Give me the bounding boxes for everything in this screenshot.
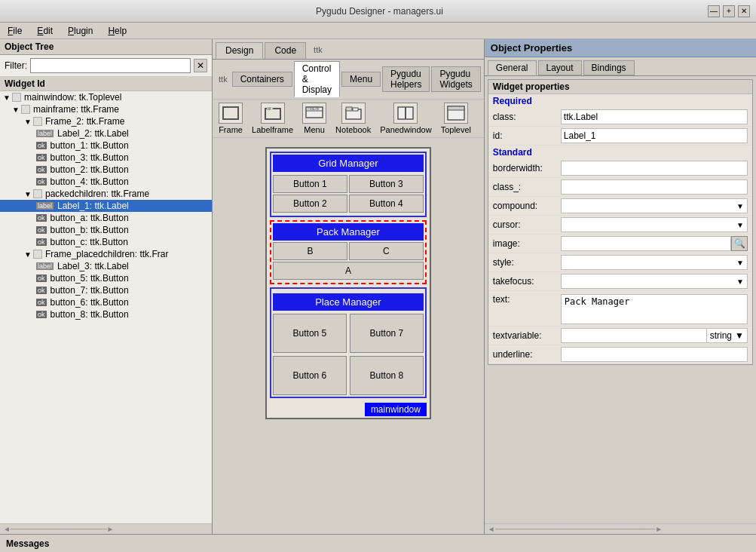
tab-control-display[interactable]: Control & Display (294, 61, 340, 97)
pack-manager-label: Pack Manager (273, 223, 424, 241)
tree-item-button2[interactable]: ok button_2: ttk.Button (0, 164, 212, 176)
expand-icon[interactable]: ▼ (3, 94, 11, 102)
textvariable-arrow-icon: ▼ (735, 330, 744, 341)
compound-arrow-icon: ▼ (736, 202, 744, 210)
tab-general[interactable]: General (488, 60, 537, 75)
expand-icon[interactable]: ▼ (24, 250, 32, 259)
prop-compound-select[interactable]: ▼ (561, 198, 748, 213)
tree-label: button_1: ttk.Button (51, 140, 129, 151)
tree-item-label3[interactable]: label Label_3: ttk.Label (0, 260, 212, 272)
panedwindow-icon (393, 103, 418, 124)
btn3[interactable]: Button 3 (349, 175, 424, 193)
place-btn7[interactable]: Button 7 (350, 314, 424, 353)
filter-input[interactable] (30, 58, 191, 73)
pack-btn-a[interactable]: A (273, 262, 424, 280)
window-controls[interactable]: — + ✕ (708, 5, 750, 17)
btn1[interactable]: Button 1 (273, 175, 347, 193)
tab-pygudu-helpers[interactable]: Pygudu Helpers (382, 66, 430, 92)
place-btn5[interactable]: Button 5 (273, 314, 347, 353)
tree-label: mainwindow: tk.Toplevel (24, 92, 121, 103)
prop-image-button[interactable]: 🔍 (731, 236, 748, 251)
prop-textvariable-input[interactable] (561, 328, 707, 343)
props-title: Object Properties (485, 39, 756, 57)
prop-takefocus-select[interactable]: ▼ (561, 274, 748, 289)
tree-item-button4[interactable]: ok button_4: ttk.Button (0, 176, 212, 188)
expand-icon[interactable]: ▼ (24, 118, 32, 126)
tab-code[interactable]: Code (265, 42, 306, 59)
widget-toplevel[interactable]: Toplevel (441, 103, 471, 134)
prop-text-textarea[interactable]: Pack Manager (561, 294, 748, 324)
tree-label: button_a: ttk.Button (51, 213, 129, 223)
btn2[interactable]: Button 2 (273, 195, 347, 213)
tree-item-mainwindow[interactable]: ▼ mainwindow: tk.Toplevel (0, 91, 212, 103)
tree-hscroll[interactable]: ◄──────────────────► (0, 523, 212, 534)
tree-item-frame-placed[interactable]: ▼ Frame_placedchildren: ttk.Frar (0, 248, 212, 260)
widget-labelframe[interactable]: ttl Labelframe (252, 103, 293, 134)
widget-notebook[interactable]: Notebook (335, 103, 371, 134)
prop-textvariable-label: textvariable: (493, 330, 561, 341)
tab-design[interactable]: Design (216, 42, 263, 59)
group-title: Widget properties (488, 80, 752, 94)
tree-item-button-b[interactable]: ok button_b: ttk.Button (0, 224, 212, 236)
prop-textvariable-field: string ▼ (561, 328, 748, 343)
widget-panedwindow[interactable]: Panedwindow (380, 103, 432, 134)
pack-btn-b[interactable]: B (273, 242, 347, 260)
tree-item-button1[interactable]: ok button_1: ttk.Button (0, 140, 212, 152)
menu-edit[interactable]: Edit (32, 24, 57, 38)
props-hscroll[interactable]: ◄──────────────────────────────► (485, 523, 756, 534)
tree-item-button7[interactable]: ok button_7: ttk.Button (0, 284, 212, 296)
prop-id-input[interactable] (561, 128, 748, 143)
svg-text:ttl: ttl (268, 106, 271, 111)
labelframe-label: Labelframe (252, 125, 293, 134)
tab-bindings[interactable]: Bindings (583, 60, 635, 75)
btn4[interactable]: Button 4 (349, 195, 424, 213)
textvariable-type: string (710, 330, 732, 341)
close-button[interactable]: ✕ (738, 5, 750, 17)
menu-bar: File Edit Plugin Help (0, 23, 756, 39)
prop-image-input[interactable] (561, 236, 731, 251)
tree-item-button-c[interactable]: ok button_c: ttk.Button (0, 236, 212, 248)
prop-cursor-select[interactable]: ▼ (561, 217, 748, 232)
widget-menu[interactable]: FileEdit Menu (302, 103, 326, 134)
prop-underline-input[interactable] (561, 347, 748, 362)
expand-icon[interactable]: ▼ (24, 190, 32, 198)
maximize-button[interactable]: + (723, 5, 735, 17)
expand-icon[interactable]: ▼ (12, 106, 20, 114)
tab-layout[interactable]: Layout (538, 60, 582, 75)
tree-item-label1[interactable]: label Label_1: ttk.Label (0, 200, 212, 212)
prop-row-takefocus: takefocus: ▼ (488, 272, 752, 291)
menu-icon: FileEdit (302, 103, 326, 124)
filter-clear-button[interactable]: ✕ (194, 59, 207, 72)
place-btn6[interactable]: Button 6 (273, 356, 347, 395)
prop-borderwidth-input[interactable] (561, 161, 748, 176)
left-panel: Object Tree Filter: ✕ Widget Id ▼ mainwi… (0, 39, 213, 534)
tab-containers[interactable]: Containers (232, 72, 292, 87)
tree-item-button-a[interactable]: ok button_a: ttk.Button (0, 212, 212, 224)
menu-help[interactable]: Help (103, 24, 131, 38)
tab-menu[interactable]: Menu (341, 72, 381, 87)
tree-item-button3[interactable]: ok button_3: ttk.Button (0, 152, 212, 164)
place-btn8[interactable]: Button 8 (350, 356, 424, 395)
tree-label: button_6: ttk.Button (51, 297, 129, 308)
ok-badge: ok (36, 274, 47, 282)
tree-item-button8[interactable]: ok button_8: ttk.Button (0, 308, 212, 320)
prop-row-compound: compound: ▼ (488, 197, 752, 216)
tree-item-packedchildren[interactable]: ▼ packedchildren: ttk.Frame (0, 188, 212, 200)
minimize-button[interactable]: — (708, 5, 720, 17)
widget-frame[interactable]: Frame (219, 103, 243, 134)
menu-plugin[interactable]: Plugin (63, 24, 97, 38)
panedwindow-label: Panedwindow (380, 125, 432, 134)
tree-label: Frame_placedchildren: ttk.Frar (45, 249, 168, 259)
tree-item-label2[interactable]: label Label_2: ttk.Label (0, 127, 212, 140)
prop-class-input[interactable] (561, 109, 748, 124)
tree-item-mainframe[interactable]: ▼ mainframe: ttk.Frame (0, 103, 212, 115)
prop-style-select[interactable]: ▼ (561, 255, 748, 270)
tree-item-frame2[interactable]: ▼ Frame_2: ttk.Frame (0, 115, 212, 127)
tree-item-button6[interactable]: ok button_6: ttk.Button (0, 296, 212, 308)
prop-textvariable-select[interactable]: string ▼ (707, 328, 748, 343)
tree-item-button5[interactable]: ok button_5: ttk.Button (0, 272, 212, 284)
prop-class_-input[interactable] (561, 179, 748, 195)
pack-btn-c[interactable]: C (349, 242, 424, 260)
menu-file[interactable]: File (3, 24, 26, 38)
tab-pygudu-widgets[interactable]: Pygudu Widgets (431, 66, 480, 92)
